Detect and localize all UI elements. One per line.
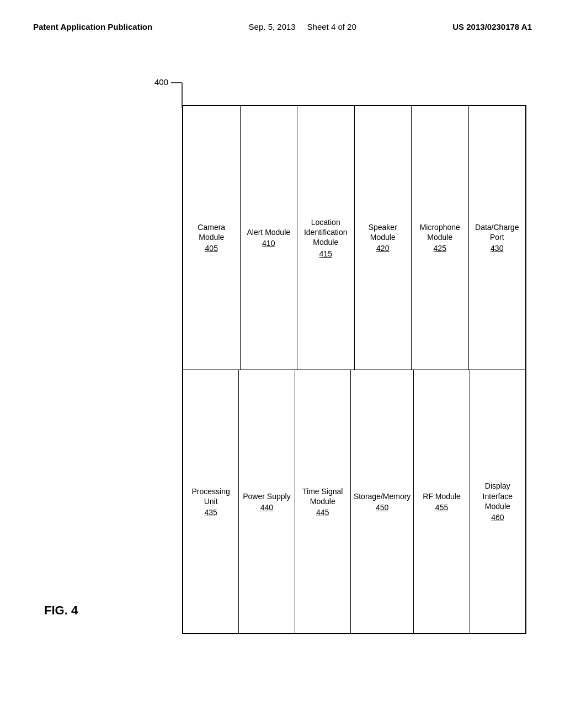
microphone-module-cell: MicrophoneModule 425 (412, 106, 469, 370)
speaker-module-label: Speaker Module (358, 222, 409, 242)
data-charge-port-label: Data/Charge Port (472, 222, 523, 242)
figure-label: FIG. 4 (44, 603, 78, 618)
rf-module-label: RF Module (423, 491, 460, 501)
power-supply-label: Power Supply (243, 491, 290, 501)
header-patent-number: US 2013/0230178 A1 (452, 22, 532, 31)
data-charge-port-number: 430 (491, 244, 503, 253)
power-supply-cell: Power Supply 440 (239, 370, 295, 634)
top-row: CameraModule 405 Alert Module 410 Locati… (183, 106, 525, 370)
speaker-module-number: 420 (376, 244, 389, 253)
camera-module-number: 405 (205, 244, 218, 253)
power-supply-number: 440 (260, 503, 273, 512)
header-date: Sep. 5, 2013 (249, 22, 296, 31)
svg-text:400: 400 (154, 77, 168, 87)
processing-unit-label: Processing Unit (186, 486, 236, 506)
camera-module-label: CameraModule (198, 222, 225, 242)
rf-module-cell: RF Module 455 (414, 370, 470, 634)
camera-module-cell: CameraModule 405 (183, 106, 241, 370)
data-charge-port-cell: Data/Charge Port 430 (469, 106, 526, 370)
time-signal-module-label: Time SignalModule (302, 486, 343, 506)
header-publication-label: Patent Application Publication (33, 22, 152, 31)
storage-memory-number: 450 (376, 503, 388, 512)
header-sheet: Sheet 4 of 20 (307, 22, 356, 31)
time-signal-module-cell: Time SignalModule 445 (295, 370, 351, 634)
display-interface-module-cell: Display InterfaceModule 460 (470, 370, 525, 634)
alert-module-cell: Alert Module 410 (241, 106, 298, 370)
storage-memory-cell: Storage/Memory 450 (351, 370, 414, 634)
speaker-module-cell: Speaker Module 420 (355, 106, 412, 370)
diagram-container: 400 CameraModule 405 Alert Module 410 Lo… (166, 77, 532, 640)
display-interface-module-label: Display InterfaceModule (473, 481, 523, 511)
location-module-cell: LocationIdentificationModule 415 (297, 106, 355, 370)
header-date-sheet: Sep. 5, 2013 Sheet 4 of 20 (249, 22, 356, 31)
time-signal-module-number: 445 (316, 508, 329, 517)
microphone-module-number: 425 (434, 244, 446, 253)
rf-module-number: 455 (435, 503, 448, 512)
alert-module-label: Alert Module (247, 227, 290, 237)
bottom-row: Processing Unit 435 Power Supply 440 Tim… (183, 370, 525, 634)
page-header: Patent Application Publication Sep. 5, 2… (0, 0, 565, 42)
main-diagram-box: CameraModule 405 Alert Module 410 Locati… (182, 105, 526, 634)
alert-module-number: 410 (262, 239, 275, 248)
display-interface-module-number: 460 (491, 513, 504, 522)
processing-unit-number: 435 (204, 508, 217, 517)
storage-memory-label: Storage/Memory (354, 491, 411, 501)
processing-unit-cell: Processing Unit 435 (183, 370, 239, 634)
location-module-label: LocationIdentificationModule (304, 217, 348, 248)
microphone-module-label: MicrophoneModule (420, 222, 460, 242)
location-module-number: 415 (319, 249, 332, 258)
